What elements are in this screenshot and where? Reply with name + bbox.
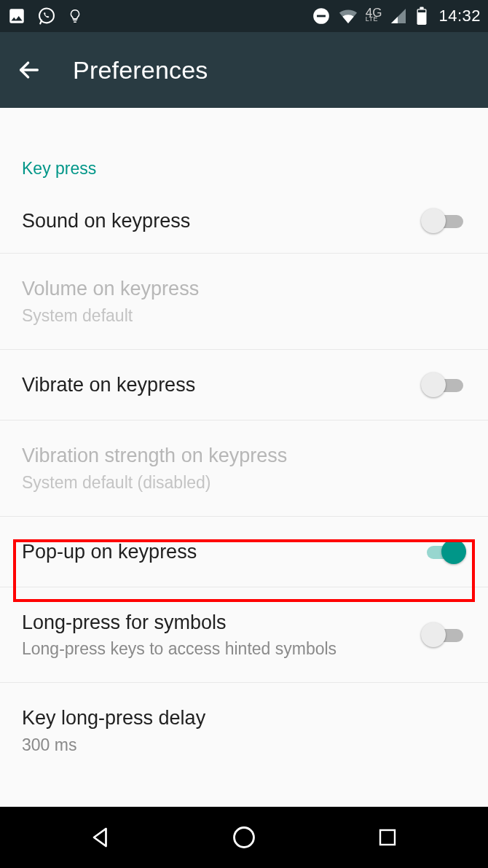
network-type-4g-lte: 4GLTE [366,9,382,23]
pref-sub: System default [22,305,466,327]
signal-icon [389,7,408,25]
status-left [7,6,83,26]
pref-vibration-strength: Vibration strength on keypress System de… [0,421,488,516]
pref-popup-on-keypress[interactable]: Pop-up on keypress [0,517,488,587]
pref-sub: Long-press keys to access hinted symbols [22,638,421,660]
whatsapp-icon [36,6,57,26]
switch-longpress-symbols[interactable] [421,622,463,647]
page-title: Preferences [73,56,208,85]
switch-sound[interactable] [421,208,463,233]
status-right: 4GLTE 14:32 [312,7,481,26]
back-button[interactable] [15,55,44,85]
nav-recents-button[interactable] [366,816,409,859]
switch-vibrate[interactable] [421,372,463,397]
svg-rect-4 [418,10,425,12]
status-bar: 4GLTE 14:32 [0,0,488,32]
pref-vibrate-on-keypress[interactable]: Vibrate on keypress [0,350,488,421]
pref-label: Volume on keypress [22,275,466,302]
battery-icon [415,7,428,26]
nav-back-button[interactable] [79,816,122,859]
pref-longpress-symbols[interactable]: Long-press for symbols Long-press keys t… [0,587,488,683]
svg-point-6 [235,828,254,848]
wifi-icon [338,8,358,24]
pref-volume-on-keypress: Volume on keypress System default [0,254,488,349]
pref-sub: System default (disabled) [22,472,466,494]
switch-popup[interactable] [421,539,463,564]
screen: 4GLTE 14:32 Preferences Key press Sound … [0,0,488,868]
pref-label: Key long-press delay [22,705,466,731]
pref-label: Sound on keypress [22,208,421,234]
svg-rect-7 [380,830,395,845]
dnd-icon [312,7,331,26]
svg-rect-1 [317,15,326,17]
navigation-bar [0,807,488,868]
pref-sub: 300 ms [22,735,466,756]
lightbulb-icon [67,7,83,26]
pref-label: Pop-up on keypress [22,539,421,565]
content: Key press Sound on keypress Volume on ke… [0,108,488,778]
pref-label: Vibration strength on keypress [22,442,466,469]
pref-label: Vibrate on keypress [22,372,421,398]
nav-home-button[interactable] [222,816,266,859]
app-bar: Preferences [0,32,488,108]
pref-sound-on-keypress[interactable]: Sound on keypress [0,192,488,254]
status-clock: 14:32 [438,7,481,26]
svg-rect-3 [420,7,424,9]
pref-longpress-delay[interactable]: Key long-press delay 300 ms [0,683,488,778]
section-header-keypress: Key press [0,108,488,192]
pref-label: Long-press for symbols [22,609,421,636]
picture-icon [7,7,26,26]
